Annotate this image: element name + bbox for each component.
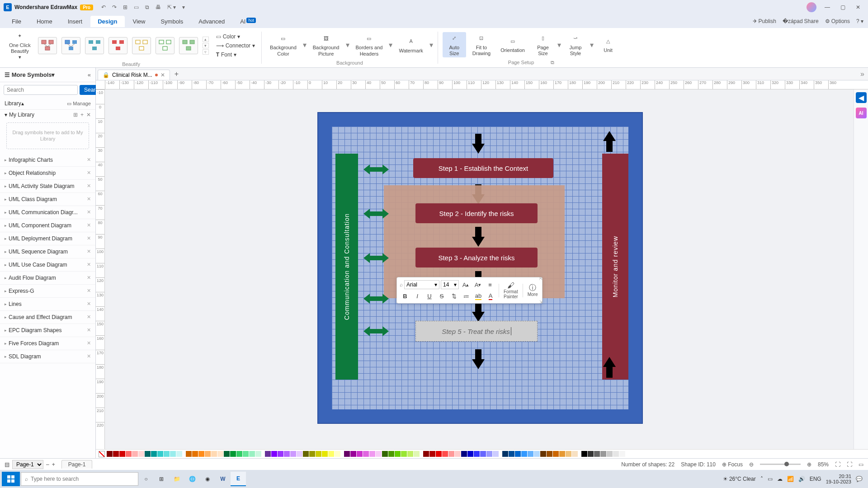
align-button[interactable]: ≡ — [485, 279, 495, 290]
color-swatch[interactable] — [436, 451, 442, 457]
color-swatch[interactable] — [528, 451, 533, 457]
menu-view[interactable]: View — [126, 16, 153, 27]
arrow-4-5[interactable] — [472, 312, 485, 322]
color-swatch[interactable] — [423, 451, 429, 457]
color-swatch[interactable] — [344, 451, 350, 457]
page-tab[interactable]: Page-1 — [61, 460, 93, 469]
color-swatch[interactable] — [192, 451, 198, 457]
fit-to-drawing[interactable]: ⊡Fit to Drawing — [469, 32, 494, 57]
category-item[interactable]: ▸Express-G✕ — [0, 285, 95, 298]
tray-meet[interactable]: ▭ — [768, 476, 773, 482]
font-color-button[interactable]: A — [485, 291, 496, 301]
category-close[interactable]: ✕ — [87, 262, 91, 267]
color-swatch[interactable] — [493, 451, 499, 457]
background-picture[interactable]: 🖼Background Picture — [309, 32, 343, 57]
tray-wifi[interactable]: 📶 — [787, 476, 794, 482]
color-swatch[interactable] — [309, 451, 315, 457]
color-swatch[interactable] — [249, 451, 255, 457]
menu-design[interactable]: Design — [90, 16, 124, 27]
color-swatch[interactable] — [521, 451, 527, 457]
color-swatch[interactable] — [547, 451, 552, 457]
fit-page[interactable]: ⛶ — [835, 461, 840, 468]
manage-library[interactable]: ▭ Manage — [67, 101, 91, 107]
category-close[interactable]: ✕ — [87, 301, 91, 307]
mylib-new[interactable]: + — [80, 112, 84, 118]
page-list-icon[interactable]: ▤ — [5, 461, 9, 468]
color-swatch[interactable] — [594, 451, 600, 457]
mylib-label[interactable]: My Library — [9, 112, 34, 118]
undo-button[interactable]: ↶ — [101, 4, 106, 10]
color-dropdown[interactable]: ▭ Color ▾ — [214, 33, 257, 41]
color-swatch[interactable] — [429, 451, 435, 457]
color-swatch[interactable] — [303, 451, 309, 457]
color-swatch[interactable] — [255, 451, 261, 457]
start-button[interactable] — [2, 472, 20, 486]
biarrow-2[interactable] — [363, 208, 389, 220]
color-swatch[interactable] — [278, 451, 283, 457]
category-item[interactable]: ▸Five Forces Diagram✕ — [0, 337, 95, 350]
color-swatch[interactable] — [145, 451, 151, 457]
line-spacing[interactable]: ⇅ — [448, 291, 459, 301]
category-close[interactable]: ✕ — [87, 327, 91, 333]
one-click-beautify[interactable]: ✦ One Click Beautify ▾ — [5, 30, 34, 61]
tray-volume[interactable]: 🔊 — [798, 476, 805, 482]
biarrow-4[interactable] — [363, 293, 389, 305]
color-swatch[interactable] — [316, 451, 321, 457]
color-swatch[interactable] — [619, 451, 625, 457]
color-swatch[interactable] — [600, 451, 606, 457]
task-edge[interactable]: 🌐 — [184, 472, 200, 486]
increase-font[interactable]: A▴ — [460, 279, 471, 290]
category-close[interactable]: ✕ — [87, 314, 91, 320]
color-swatch[interactable] — [151, 451, 157, 457]
color-swatch[interactable] — [588, 451, 594, 457]
color-swatch[interactable] — [607, 451, 613, 457]
left-column[interactable]: Communication and Consultation — [335, 154, 358, 380]
focus-toggle[interactable]: ⊕ Focus — [722, 461, 743, 468]
category-close[interactable]: ✕ — [87, 170, 91, 176]
auto-size[interactable]: ⤢Auto Size — [443, 32, 466, 57]
more-button[interactable]: ⓘMore — [526, 284, 540, 297]
library-label[interactable]: Library — [5, 100, 21, 107]
category-close[interactable]: ✕ — [87, 222, 91, 228]
page-remove[interactable]: – — [46, 461, 49, 468]
color-swatch[interactable] — [138, 451, 144, 457]
color-swatch[interactable] — [198, 451, 204, 457]
category-item[interactable]: ▸Audit Flow Diagram✕ — [0, 272, 95, 285]
category-item[interactable]: ▸Infographic Charts✕ — [0, 154, 95, 167]
color-swatch[interactable] — [322, 451, 328, 457]
task-cortana[interactable]: ○ — [138, 472, 154, 486]
task-explorer[interactable]: 📁 — [169, 472, 184, 486]
page-select[interactable]: Page-1 — [12, 460, 43, 469]
bold-button[interactable]: B — [400, 291, 410, 301]
color-swatch[interactable] — [357, 451, 363, 457]
mylib-add[interactable]: ⊞ — [73, 112, 78, 118]
color-swatch[interactable] — [119, 451, 125, 457]
tray-lang[interactable]: ENG — [810, 476, 821, 482]
symbol-search-input[interactable] — [4, 85, 78, 95]
color-swatch[interactable] — [126, 451, 132, 457]
tray-notifications[interactable]: 💬 — [856, 476, 863, 482]
underline-button[interactable]: U — [424, 291, 435, 301]
color-swatch[interactable] — [297, 451, 302, 457]
color-swatch[interactable] — [265, 451, 271, 457]
color-swatch[interactable] — [186, 451, 192, 457]
orientation[interactable]: ▭Orientation — [497, 35, 528, 54]
category-item[interactable]: ▸UML Communication Diagr...✕ — [0, 206, 95, 219]
color-swatch[interactable] — [236, 451, 242, 457]
font-size-select[interactable]: 14▾ — [441, 280, 459, 289]
highlight-button[interactable]: ab — [473, 291, 484, 301]
beautify-theme-3[interactable] — [85, 37, 104, 54]
right-column[interactable]: Monitor and review — [602, 154, 628, 380]
menu-home[interactable]: Home — [29, 16, 60, 27]
diagram-page[interactable]: Communication and Consultation Monitor a… — [317, 112, 643, 424]
category-item[interactable]: ▸Cause and Effect Diagram✕ — [0, 311, 95, 324]
color-swatch[interactable] — [328, 451, 334, 457]
menu-symbols[interactable]: Symbols — [153, 16, 190, 27]
color-swatch[interactable] — [448, 451, 454, 457]
task-view[interactable]: ⊞ — [154, 472, 169, 486]
color-swatch[interactable] — [369, 451, 375, 457]
borders-headers[interactable]: ▭Borders and Headers — [352, 32, 387, 57]
watermark[interactable]: AWatermark — [395, 35, 426, 55]
category-close[interactable]: ✕ — [87, 288, 91, 294]
category-item[interactable]: ▸UML Deployment Diagram✕ — [0, 232, 95, 245]
